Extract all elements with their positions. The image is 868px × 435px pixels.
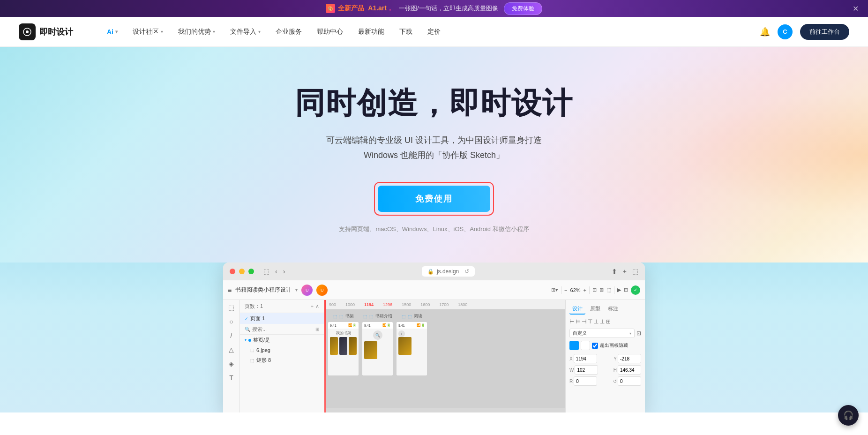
book-cover-1 bbox=[330, 337, 338, 355]
nav-download[interactable]: 下载 bbox=[394, 25, 418, 39]
url-text: js.design bbox=[437, 268, 459, 275]
x-input[interactable] bbox=[574, 354, 597, 363]
share-icon[interactable]: ⬆ bbox=[612, 268, 617, 275]
phone-status-bar: 9:41 📶🔋 bbox=[328, 322, 359, 329]
r-field: R bbox=[569, 376, 597, 386]
text-tool-icon[interactable]: T bbox=[229, 374, 233, 382]
collapse-icon[interactable]: ∧ bbox=[315, 303, 319, 309]
align-center-v-icon[interactable]: ⊥ bbox=[594, 318, 599, 325]
notification-bell-icon[interactable]: 🔔 bbox=[760, 27, 770, 37]
view-options[interactable]: ⊞▾ bbox=[551, 287, 558, 293]
shape-tool-icon[interactable]: △ bbox=[229, 346, 234, 353]
distribute-icon[interactable]: ⊞ bbox=[606, 318, 611, 325]
book-cover-5 bbox=[398, 337, 412, 355]
alignment-tools: ⊢ ⊨ ⊣ ⊤ ⊥ ⊥ ⊞ bbox=[569, 318, 641, 325]
hero-cta-wrapper: 免费使用 bbox=[374, 182, 494, 216]
nav-new-features[interactable]: 最新功能 bbox=[352, 25, 390, 39]
traffic-light-green[interactable] bbox=[248, 269, 254, 274]
toolbar-tool-icon-2[interactable]: ⊠ bbox=[599, 287, 604, 293]
align-center-h-icon[interactable]: ⊨ bbox=[576, 318, 580, 325]
align-right-icon[interactable]: ⊣ bbox=[582, 318, 586, 325]
banner-cta-button[interactable]: 免费体验 bbox=[504, 2, 542, 15]
traffic-light-yellow[interactable] bbox=[239, 269, 245, 274]
refresh-icon[interactable]: ↺ bbox=[464, 268, 469, 275]
resize-icon[interactable]: ⊡ bbox=[636, 330, 641, 337]
align-top-icon[interactable]: ⊤ bbox=[588, 318, 592, 325]
back-icon[interactable]: ‹ bbox=[275, 268, 277, 275]
r-input[interactable] bbox=[574, 376, 597, 386]
search-input[interactable] bbox=[252, 326, 314, 332]
workspace-button[interactable]: 前往工作台 bbox=[800, 24, 849, 40]
phone-body: 我的书架 bbox=[328, 329, 359, 375]
grid-icon[interactable]: ⊞ bbox=[624, 287, 628, 293]
h-input[interactable] bbox=[618, 365, 641, 375]
nav-ai[interactable]: Ai ▾ bbox=[101, 25, 123, 38]
url-display: 🔒 js.design ↺ bbox=[422, 266, 475, 277]
bookshelf-title: 我的书架 bbox=[330, 330, 357, 336]
tab-annotation[interactable]: 标注 bbox=[605, 304, 621, 315]
menu-icon[interactable]: ≡ bbox=[228, 286, 232, 294]
layer-name-2: 6.jpeg bbox=[256, 347, 270, 353]
separator-1 bbox=[561, 286, 561, 294]
tab-design[interactable]: 设计 bbox=[569, 304, 585, 315]
filter-icon[interactable]: ⊞ bbox=[315, 327, 319, 332]
nav-community[interactable]: 设计社区 ▾ bbox=[127, 25, 169, 39]
nav-help[interactable]: 帮助中心 bbox=[311, 25, 349, 39]
tab-prototype[interactable]: 原型 bbox=[587, 304, 603, 315]
checkbox-1[interactable] bbox=[569, 341, 579, 350]
frame-tool-icon[interactable]: ○ bbox=[229, 318, 233, 325]
bookshelf-frame-label: ⬚ 书架 bbox=[333, 313, 354, 319]
angle-input[interactable] bbox=[618, 376, 641, 386]
w-input[interactable] bbox=[575, 365, 598, 375]
forward-icon[interactable]: › bbox=[283, 268, 285, 275]
canvas-area[interactable]: 900 1000 1194 1296 1500 1600 1700 1800 ⬚ bbox=[324, 300, 565, 412]
align-bottom-icon[interactable]: ⊥ bbox=[600, 318, 605, 325]
window-titlebar: ⬚ ‹ › 🔒 js.design ↺ ⬆ + ⬚ bbox=[223, 262, 645, 280]
back-circle-icon[interactable]: ‹ bbox=[398, 330, 405, 337]
add-tab-icon[interactable]: + bbox=[623, 268, 627, 275]
book-intro-frame-label: ⬚ 书籍介绍 bbox=[363, 313, 392, 319]
custom-label: 自定义 bbox=[573, 330, 587, 337]
page-item-1[interactable]: ✓ 页面 1 bbox=[240, 313, 324, 324]
hero-platforms: 支持网页端、macOS、Windows、Linux、iOS、Android 和微… bbox=[339, 225, 529, 233]
copy-icon[interactable]: ⬚ bbox=[632, 268, 638, 275]
zoom-plus[interactable]: + bbox=[584, 287, 586, 293]
zoom-minus[interactable]: − bbox=[564, 287, 567, 293]
canvas-frames-area: ⬚ 书架 9:41 📶🔋 我的书架 bbox=[324, 309, 565, 408]
layer-item-group[interactable]: ▾ 整页/是 bbox=[240, 335, 324, 345]
search-circle-icon[interactable]: 🔍 bbox=[373, 330, 382, 340]
traffic-light-red[interactable] bbox=[230, 269, 235, 274]
add-page-icon[interactable]: + bbox=[311, 303, 314, 309]
toolbar-tool-icon-1[interactable]: ⊡ bbox=[592, 287, 597, 293]
hero-cta-button[interactable]: 免费使用 bbox=[378, 186, 490, 212]
xy-row: X Y bbox=[569, 354, 641, 363]
custom-select[interactable]: 自定义 ▾ bbox=[569, 329, 635, 338]
toolbar-tool-icon-3[interactable]: ⬚ bbox=[606, 287, 611, 293]
book-intro-section: ⬚ 书籍介绍 9:41 📶🔋 🔍 bbox=[362, 313, 393, 404]
play-icon[interactable]: ▶ bbox=[617, 287, 621, 293]
nav-advantage[interactable]: 我们的优势 ▾ bbox=[172, 25, 221, 39]
logo-area[interactable]: 即时设计 bbox=[19, 23, 73, 40]
book-cover-2 bbox=[339, 337, 347, 355]
pages-icon[interactable]: ⬚ bbox=[263, 268, 269, 275]
layer-chevron-icon: ▾ bbox=[245, 338, 247, 342]
page-count-label: 页数：1 bbox=[245, 303, 263, 310]
window-controls: ⬚ ‹ › bbox=[263, 268, 285, 275]
checkbox-2[interactable] bbox=[581, 341, 590, 350]
banner-close-button[interactable]: ✕ bbox=[853, 4, 859, 13]
app-toolbar: ≡ 书籍阅读类小程序设计 ▾ U U ⊞▾ − 62% + ⊡ ⊠ ⬚ ▶ ⊞ … bbox=[223, 280, 645, 300]
user-avatar[interactable]: C bbox=[778, 24, 793, 39]
select-tool-icon[interactable]: ⬚ bbox=[228, 304, 234, 311]
align-left-icon[interactable]: ⊢ bbox=[569, 318, 574, 325]
favicon-icon: 🔒 bbox=[427, 269, 434, 275]
overflow-checkbox[interactable] bbox=[592, 343, 598, 349]
y-input[interactable] bbox=[618, 354, 641, 363]
nav-pricing[interactable]: 定价 bbox=[422, 25, 446, 39]
pen-tool-icon[interactable]: / bbox=[231, 332, 232, 339]
layer-item-image[interactable]: ⬚ 6.jpeg bbox=[240, 345, 324, 355]
nav-enterprise[interactable]: 企业服务 bbox=[270, 25, 307, 39]
nav-import[interactable]: 文件导入 ▾ bbox=[224, 25, 266, 39]
project-chevron-icon[interactable]: ▾ bbox=[295, 287, 298, 292]
layer-item-rect[interactable]: ⬚ 矩形 8 bbox=[240, 355, 324, 366]
component-tool-icon[interactable]: ◈ bbox=[229, 360, 234, 368]
